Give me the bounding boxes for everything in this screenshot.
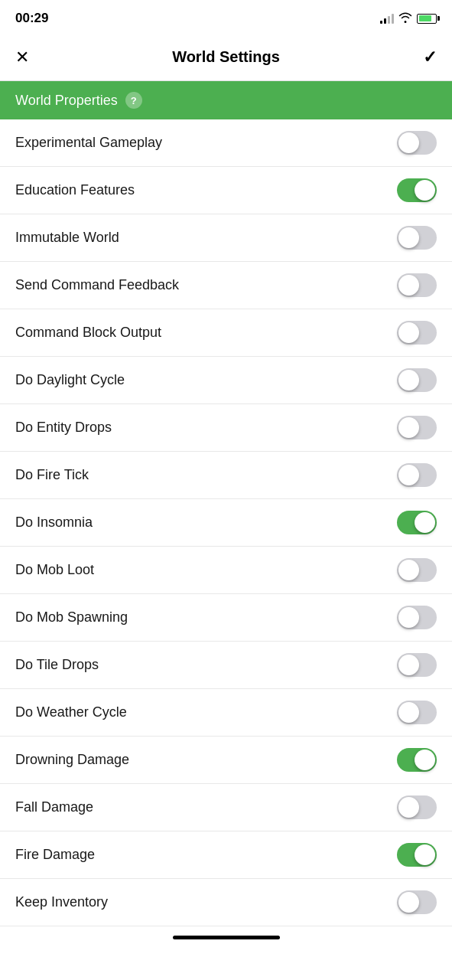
toggle-do-tile-drops[interactable] (397, 653, 437, 677)
section-header-label: World Properties (15, 93, 118, 109)
label-drowning-damage: Drowning Damage (15, 752, 129, 768)
label-do-entity-drops: Do Entity Drops (15, 420, 112, 436)
settings-row-command-block-output: Command Block Output (0, 309, 452, 357)
settings-row-fire-damage: Fire Damage (0, 831, 452, 879)
settings-row-send-command-feedback: Send Command Feedback (0, 262, 452, 309)
page-title: World Settings (172, 48, 280, 66)
status-icons (380, 12, 437, 25)
label-send-command-feedback: Send Command Feedback (15, 277, 179, 293)
signal-icon (380, 13, 394, 24)
label-do-tile-drops: Do Tile Drops (15, 657, 99, 673)
toggle-immutable-world[interactable] (397, 226, 437, 250)
close-button[interactable]: ✕ (15, 47, 29, 67)
toggle-do-insomnia[interactable] (397, 511, 437, 534)
settings-row-do-mob-spawning: Do Mob Spawning (0, 594, 452, 642)
label-command-block-output: Command Block Output (15, 325, 161, 341)
section-header: World Properties ? (0, 81, 452, 119)
settings-row-do-tile-drops: Do Tile Drops (0, 642, 452, 689)
toggle-do-entity-drops[interactable] (397, 416, 437, 439)
label-do-daylight-cycle: Do Daylight Cycle (15, 372, 125, 388)
toggle-drowning-damage[interactable] (397, 748, 437, 772)
settings-row-fall-damage: Fall Damage (0, 784, 452, 831)
settings-row-do-fire-tick: Do Fire Tick (0, 452, 452, 499)
home-indicator (0, 926, 452, 946)
settings-row-do-weather-cycle: Do Weather Cycle (0, 689, 452, 737)
status-bar: 00:29 (0, 0, 452, 34)
settings-row-do-daylight-cycle: Do Daylight Cycle (0, 357, 452, 404)
toggle-do-weather-cycle[interactable] (397, 701, 437, 724)
toggle-fire-damage[interactable] (397, 843, 437, 867)
settings-row-experimental-gameplay: Experimental Gameplay (0, 119, 452, 167)
toggle-do-daylight-cycle[interactable] (397, 368, 437, 392)
nav-bar: ✕ World Settings ✓ (0, 34, 452, 81)
toggle-command-block-output[interactable] (397, 321, 437, 345)
settings-row-do-mob-loot: Do Mob Loot (0, 547, 452, 594)
confirm-button[interactable]: ✓ (423, 47, 437, 67)
home-bar (173, 936, 280, 939)
toggle-keep-inventory[interactable] (397, 890, 437, 914)
label-education-features: Education Features (15, 182, 135, 198)
settings-list: Experimental GameplayEducation FeaturesI… (0, 119, 452, 926)
toggle-do-fire-tick[interactable] (397, 463, 437, 487)
battery-icon (417, 14, 437, 24)
settings-row-do-insomnia: Do Insomnia (0, 499, 452, 547)
toggle-send-command-feedback[interactable] (397, 273, 437, 297)
label-do-mob-spawning: Do Mob Spawning (15, 609, 128, 626)
label-do-mob-loot: Do Mob Loot (15, 562, 94, 578)
wifi-icon (398, 12, 412, 25)
settings-row-keep-inventory: Keep Inventory (0, 879, 452, 926)
label-do-insomnia: Do Insomnia (15, 514, 93, 531)
status-time: 00:29 (15, 11, 48, 26)
label-immutable-world: Immutable World (15, 230, 119, 246)
settings-row-immutable-world: Immutable World (0, 214, 452, 262)
label-fire-damage: Fire Damage (15, 847, 95, 863)
help-icon[interactable]: ? (125, 92, 142, 109)
label-experimental-gameplay: Experimental Gameplay (15, 135, 162, 151)
label-do-fire-tick: Do Fire Tick (15, 467, 89, 483)
toggle-fall-damage[interactable] (397, 795, 437, 819)
toggle-do-mob-loot[interactable] (397, 558, 437, 582)
label-keep-inventory: Keep Inventory (15, 894, 108, 910)
label-do-weather-cycle: Do Weather Cycle (15, 704, 127, 720)
settings-row-drowning-damage: Drowning Damage (0, 737, 452, 784)
label-fall-damage: Fall Damage (15, 799, 93, 815)
toggle-education-features[interactable] (397, 178, 437, 202)
toggle-experimental-gameplay[interactable] (397, 131, 437, 155)
settings-row-do-entity-drops: Do Entity Drops (0, 404, 452, 452)
settings-row-education-features: Education Features (0, 167, 452, 214)
toggle-do-mob-spawning[interactable] (397, 606, 437, 629)
